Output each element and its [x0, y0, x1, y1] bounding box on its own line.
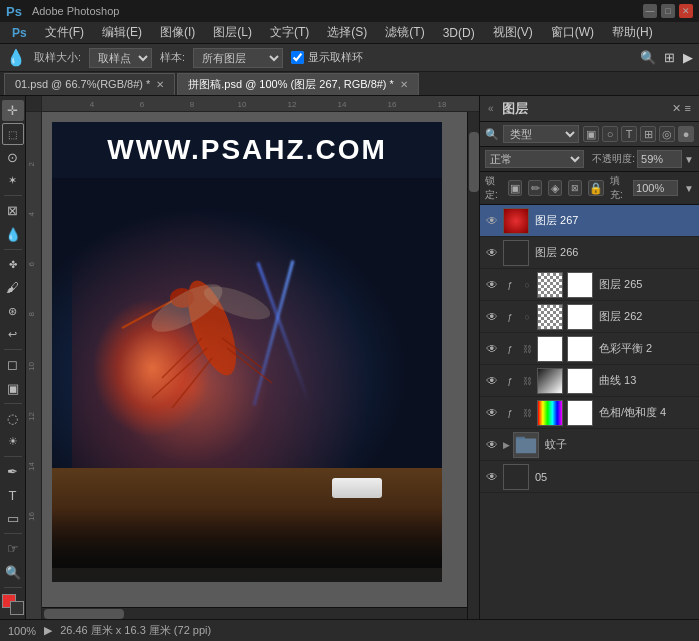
menu-edit[interactable]: 编辑(E) — [94, 22, 150, 43]
menu-text[interactable]: 文字(T) — [262, 22, 317, 43]
layer-visibility-curves[interactable]: 👁 — [484, 373, 500, 389]
healing-tool[interactable]: ✤ — [2, 254, 24, 275]
layer-visibility-mosquito[interactable]: 👁 — [484, 437, 500, 453]
eyedropper-tool[interactable]: 💧 — [2, 224, 24, 245]
menu-image[interactable]: 图像(I) — [152, 22, 203, 43]
layer-visibility-266[interactable]: 👁 — [484, 245, 500, 261]
layer-visibility-265[interactable]: 👁 — [484, 277, 500, 293]
opacity-arrow[interactable]: ▼ — [684, 154, 694, 165]
layer-item-color-balance[interactable]: 👁 ƒ ⛓ 色彩平衡 2 — [480, 333, 699, 365]
move-tool[interactable]: ✛ — [2, 100, 24, 121]
lock-pixels-button[interactable]: ▣ — [508, 180, 522, 196]
layer-visibility-colorbalance[interactable]: 👁 — [484, 341, 500, 357]
horizontal-scrollbar[interactable] — [42, 607, 467, 619]
more-options-icon[interactable]: ▶ — [683, 50, 693, 65]
layer-type-265: ƒ — [503, 278, 517, 292]
sample-select[interactable]: 所有图层 — [193, 48, 283, 68]
clone-tool[interactable]: ⊛ — [2, 301, 24, 322]
tab-01psd[interactable]: 01.psd @ 66.7%(RGB/8#) * ✕ — [4, 73, 175, 95]
layer-visibility-huesat[interactable]: 👁 — [484, 405, 500, 421]
layer-visibility-267[interactable]: 👁 — [484, 213, 500, 229]
menu-file[interactable]: 文件(F) — [37, 22, 92, 43]
layer-item-mosquito-group[interactable]: 👁 ▶ 蚊子 — [480, 429, 699, 461]
layer-type-filter[interactable]: 类型 — [503, 125, 579, 143]
shape-tool[interactable]: ▭ — [2, 508, 24, 529]
panel-close-icon[interactable]: ✕ — [672, 102, 681, 115]
text-tool[interactable]: T — [2, 485, 24, 506]
filter-smartobject-icon[interactable]: ◎ — [659, 126, 675, 142]
lock-position-button[interactable]: ✏ — [528, 180, 542, 196]
panel-menu-icon[interactable]: ≡ — [685, 102, 691, 115]
sample-size-select[interactable]: 取样点 — [89, 48, 152, 68]
menu-layer[interactable]: 图层(L) — [205, 22, 260, 43]
crop-tool[interactable]: ⊠ — [2, 200, 24, 221]
left-toolbar: ✛ ⬚ ⊙ ✶ ⊠ 💧 ✤ 🖌 ⊛ ↩ ◻ ▣ ◌ ☀ ✒ T ▭ ☞ 🔍 — [0, 96, 26, 619]
panel-header-icons: ✕ ≡ — [672, 102, 691, 115]
history-brush-tool[interactable]: ↩ — [2, 324, 24, 345]
filter-active-icon[interactable]: ● — [678, 126, 694, 142]
layer-visibility-262[interactable]: 👁 — [484, 309, 500, 325]
opacity-input[interactable] — [637, 150, 682, 168]
pen-tool[interactable]: ✒ — [2, 461, 24, 482]
blend-mode-select[interactable]: 正常 — [485, 150, 584, 168]
vertical-scrollbar[interactable] — [467, 112, 479, 619]
canvas-content[interactable]: WWW.PSAHZ.COM — [42, 112, 479, 619]
menu-ps[interactable]: Ps — [4, 22, 35, 43]
toolbar-separator-4 — [4, 403, 22, 404]
filter-shape-icon[interactable]: ⊞ — [640, 126, 656, 142]
search-icon[interactable]: 🔍 — [640, 50, 656, 65]
dodge-tool[interactable]: ☀ — [2, 431, 24, 452]
layout-icon[interactable]: ⊞ — [664, 50, 675, 65]
fill-arrow[interactable]: ▼ — [684, 183, 694, 194]
scrollbar-thumb-h[interactable] — [44, 609, 124, 619]
tab-pinjitu-close[interactable]: ✕ — [400, 79, 408, 90]
background-color[interactable] — [10, 601, 24, 615]
panel-collapse-icon[interactable]: « — [488, 103, 494, 114]
fill-input[interactable] — [633, 180, 678, 196]
lock-icon[interactable]: 🔒 — [588, 180, 604, 196]
color-boxes[interactable] — [2, 594, 24, 615]
layer-mask-thumb-curves — [567, 368, 593, 394]
layer-visibility-05[interactable]: 👁 — [484, 469, 500, 485]
blur-tool[interactable]: ◌ — [2, 408, 24, 429]
hand-tool[interactable]: ☞ — [2, 538, 24, 559]
maximize-button[interactable]: □ — [661, 4, 675, 18]
lock-row: 锁定: ▣ ✏ ◈ ⊠ 🔒 填充: ▼ — [480, 172, 699, 205]
lock-artboard-button[interactable]: ◈ — [548, 180, 562, 196]
tab-pinjitu[interactable]: 拼图稿.psd @ 100% (图层 267, RGB/8#) * ✕ — [177, 73, 419, 95]
toolbar-separator-5 — [4, 456, 22, 457]
minimize-button[interactable]: — — [643, 4, 657, 18]
eraser-tool[interactable]: ◻ — [2, 354, 24, 375]
menu-select[interactable]: 选择(S) — [319, 22, 375, 43]
brush-tool[interactable]: 🖌 — [2, 277, 24, 298]
menu-filter[interactable]: 滤镜(T) — [377, 22, 432, 43]
magic-wand-tool[interactable]: ✶ — [2, 170, 24, 191]
menu-window[interactable]: 窗口(W) — [543, 22, 602, 43]
layer-name-huesat: 色相/饱和度 4 — [596, 405, 695, 420]
layer-item-267[interactable]: 👁 图层 267 — [480, 205, 699, 237]
close-button[interactable]: ✕ — [679, 4, 693, 18]
layer-item-05[interactable]: 👁 05 — [480, 461, 699, 493]
layer-item-265[interactable]: 👁 ƒ ○ 图层 265 — [480, 269, 699, 301]
group-arrow-mosquito[interactable]: ▶ — [503, 440, 510, 450]
filter-adjustment-icon[interactable]: ○ — [602, 126, 618, 142]
menu-help[interactable]: 帮助(H) — [604, 22, 661, 43]
filter-text-icon[interactable]: T — [621, 126, 637, 142]
zoom-tool[interactable]: 🔍 — [2, 562, 24, 583]
menu-3d[interactable]: 3D(D) — [435, 22, 483, 43]
menu-view[interactable]: 视图(V) — [485, 22, 541, 43]
tab-01psd-close[interactable]: ✕ — [156, 79, 164, 90]
scrollbar-thumb-v[interactable] — [469, 132, 479, 192]
lock-all-button[interactable]: ⊠ — [568, 180, 582, 196]
layer-item-hue-sat[interactable]: 👁 ƒ ⛓ 色相/饱和度 4 — [480, 397, 699, 429]
lasso-tool[interactable]: ⊙ — [2, 147, 24, 168]
status-arrow[interactable]: ▶ — [44, 624, 52, 637]
layer-item-curves[interactable]: 👁 ƒ ⛓ 曲线 13 — [480, 365, 699, 397]
selection-tool[interactable]: ⬚ — [2, 123, 24, 144]
filter-pixel-icon[interactable]: ▣ — [583, 126, 599, 142]
layer-chain-huesat: ⛓ — [520, 406, 534, 420]
show-ring-checkbox[interactable] — [291, 51, 304, 64]
gradient-tool[interactable]: ▣ — [2, 377, 24, 398]
layer-item-266[interactable]: 👁 图层 266 — [480, 237, 699, 269]
layer-item-262[interactable]: 👁 ƒ ○ 图层 262 — [480, 301, 699, 333]
